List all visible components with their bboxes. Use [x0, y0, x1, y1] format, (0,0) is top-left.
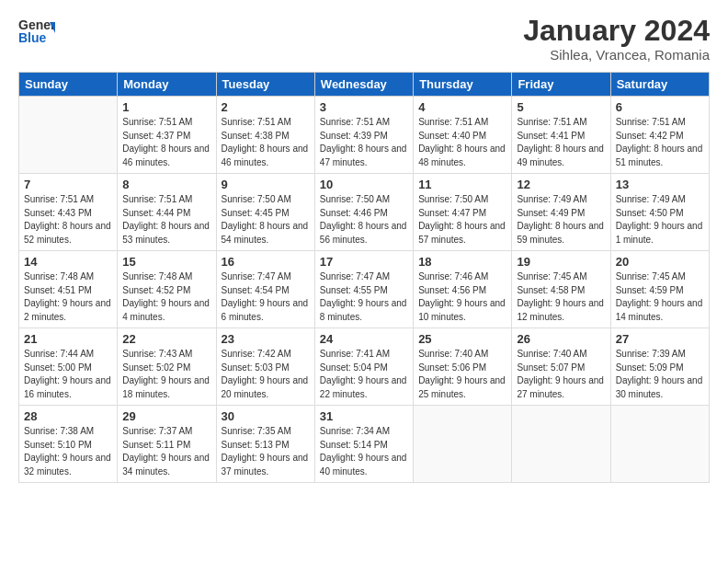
day-info: Sunrise: 7:45 AMSunset: 4:58 PMDaylight:…	[517, 270, 605, 324]
daylight-text: Daylight: 9 hours and 1 minute.	[616, 220, 704, 247]
sunrise-text: Sunrise: 7:51 AM	[517, 116, 605, 130]
day-cell: 12Sunrise: 7:49 AMSunset: 4:49 PMDayligh…	[512, 174, 610, 251]
day-cell: 13Sunrise: 7:49 AMSunset: 4:50 PMDayligh…	[610, 174, 709, 251]
sunrise-text: Sunrise: 7:49 AM	[517, 193, 605, 207]
header: General Blue January 2024 Sihlea, Vrance…	[18, 15, 710, 63]
daylight-text: Daylight: 9 hours and 25 minutes.	[418, 374, 506, 401]
day-info: Sunrise: 7:37 AMSunset: 5:11 PMDaylight:…	[122, 425, 210, 478]
col-tuesday: Tuesday	[216, 73, 314, 97]
day-cell: 5Sunrise: 7:51 AMSunset: 4:41 PMDaylight…	[512, 97, 610, 174]
day-number: 19	[517, 255, 605, 269]
day-info: Sunrise: 7:51 AMSunset: 4:44 PMDaylight:…	[122, 193, 210, 247]
daylight-text: Daylight: 8 hours and 59 minutes.	[517, 220, 605, 247]
day-info: Sunrise: 7:50 AMSunset: 4:46 PMDaylight:…	[320, 193, 408, 247]
day-cell: 7Sunrise: 7:51 AMSunset: 4:43 PMDaylight…	[19, 174, 118, 251]
daylight-text: Daylight: 9 hours and 4 minutes.	[122, 297, 210, 324]
daylight-text: Daylight: 8 hours and 54 minutes.	[222, 220, 310, 247]
week-row-1: 1Sunrise: 7:51 AMSunset: 4:37 PMDaylight…	[19, 97, 710, 174]
sunrise-text: Sunrise: 7:42 AM	[222, 348, 310, 362]
daylight-text: Daylight: 8 hours and 48 minutes.	[418, 143, 506, 169]
day-info: Sunrise: 7:49 AMSunset: 4:50 PMDaylight:…	[616, 193, 704, 247]
header-row: Sunday Monday Tuesday Wednesday Thursday…	[19, 73, 710, 97]
sunset-text: Sunset: 4:39 PM	[320, 130, 408, 144]
day-cell: 2Sunrise: 7:51 AMSunset: 4:38 PMDaylight…	[216, 97, 314, 174]
sunrise-text: Sunrise: 7:40 AM	[517, 348, 605, 362]
calendar-table: Sunday Monday Tuesday Wednesday Thursday…	[18, 72, 710, 483]
day-info: Sunrise: 7:51 AMSunset: 4:37 PMDaylight:…	[122, 116, 210, 169]
sunrise-text: Sunrise: 7:51 AM	[122, 116, 210, 130]
day-cell: 18Sunrise: 7:46 AMSunset: 4:56 PMDayligh…	[414, 251, 512, 328]
day-info: Sunrise: 7:47 AMSunset: 4:54 PMDaylight:…	[222, 270, 310, 324]
day-number: 5	[517, 100, 605, 114]
day-cell	[414, 406, 512, 483]
week-row-3: 14Sunrise: 7:48 AMSunset: 4:51 PMDayligh…	[19, 251, 710, 328]
day-info: Sunrise: 7:43 AMSunset: 5:02 PMDaylight:…	[122, 348, 210, 401]
sunrise-text: Sunrise: 7:41 AM	[320, 348, 408, 362]
day-number: 21	[24, 332, 112, 346]
sunset-text: Sunset: 4:40 PM	[418, 130, 506, 144]
day-number: 29	[122, 409, 210, 423]
daylight-text: Daylight: 9 hours and 20 minutes.	[222, 374, 310, 401]
sunrise-text: Sunrise: 7:50 AM	[320, 193, 408, 207]
col-thursday: Thursday	[414, 73, 512, 97]
day-number: 10	[320, 178, 408, 191]
daylight-text: Daylight: 8 hours and 46 minutes.	[122, 143, 210, 169]
sunset-text: Sunset: 4:51 PM	[24, 284, 112, 298]
day-cell: 19Sunrise: 7:45 AMSunset: 4:58 PMDayligh…	[512, 251, 610, 328]
sunset-text: Sunset: 5:11 PM	[122, 439, 210, 453]
col-friday: Friday	[512, 73, 610, 97]
daylight-text: Daylight: 8 hours and 51 minutes.	[616, 143, 704, 169]
calendar-page: General Blue January 2024 Sihlea, Vrance…	[0, 0, 728, 563]
sunset-text: Sunset: 4:46 PM	[320, 207, 408, 221]
daylight-text: Daylight: 9 hours and 18 minutes.	[122, 374, 210, 401]
sunrise-text: Sunrise: 7:50 AM	[222, 193, 310, 207]
day-cell: 22Sunrise: 7:43 AMSunset: 5:02 PMDayligh…	[118, 328, 216, 406]
daylight-text: Daylight: 9 hours and 27 minutes.	[517, 374, 605, 401]
sunrise-text: Sunrise: 7:39 AM	[616, 348, 704, 362]
day-info: Sunrise: 7:51 AMSunset: 4:43 PMDaylight:…	[24, 193, 112, 247]
day-cell: 8Sunrise: 7:51 AMSunset: 4:44 PMDaylight…	[118, 174, 216, 251]
sunset-text: Sunset: 5:13 PM	[222, 439, 310, 453]
day-number: 7	[24, 178, 112, 191]
daylight-text: Daylight: 9 hours and 37 minutes.	[222, 452, 310, 478]
daylight-text: Daylight: 8 hours and 49 minutes.	[517, 143, 605, 169]
svg-text:Blue: Blue	[18, 30, 47, 45]
sunset-text: Sunset: 4:37 PM	[122, 130, 210, 144]
sunrise-text: Sunrise: 7:45 AM	[616, 270, 704, 284]
day-number: 6	[616, 100, 704, 114]
daylight-text: Daylight: 9 hours and 12 minutes.	[517, 297, 605, 324]
day-number: 23	[222, 332, 310, 346]
logo-svg: General Blue	[18, 15, 55, 48]
day-cell: 30Sunrise: 7:35 AMSunset: 5:13 PMDayligh…	[216, 406, 314, 483]
day-number: 30	[222, 409, 310, 423]
sunset-text: Sunset: 4:55 PM	[320, 284, 408, 298]
logo: General Blue	[18, 15, 57, 48]
day-info: Sunrise: 7:51 AMSunset: 4:39 PMDaylight:…	[320, 116, 408, 169]
day-info: Sunrise: 7:50 AMSunset: 4:47 PMDaylight:…	[418, 193, 506, 247]
day-cell: 27Sunrise: 7:39 AMSunset: 5:09 PMDayligh…	[610, 328, 709, 406]
day-info: Sunrise: 7:40 AMSunset: 5:06 PMDaylight:…	[418, 348, 506, 401]
day-cell: 11Sunrise: 7:50 AMSunset: 4:47 PMDayligh…	[414, 174, 512, 251]
day-cell: 23Sunrise: 7:42 AMSunset: 5:03 PMDayligh…	[216, 328, 314, 406]
sunrise-text: Sunrise: 7:37 AM	[122, 425, 210, 439]
week-row-5: 28Sunrise: 7:38 AMSunset: 5:10 PMDayligh…	[19, 406, 710, 483]
day-number: 9	[222, 178, 310, 191]
day-cell: 17Sunrise: 7:47 AMSunset: 4:55 PMDayligh…	[314, 251, 413, 328]
daylight-text: Daylight: 9 hours and 34 minutes.	[122, 452, 210, 478]
day-info: Sunrise: 7:48 AMSunset: 4:51 PMDaylight:…	[24, 270, 112, 324]
sunset-text: Sunset: 4:50 PM	[616, 207, 704, 221]
day-cell: 1Sunrise: 7:51 AMSunset: 4:37 PMDaylight…	[118, 97, 216, 174]
daylight-text: Daylight: 8 hours and 53 minutes.	[122, 220, 210, 247]
title-block: January 2024 Sihlea, Vrancea, Romania	[523, 15, 710, 63]
sunset-text: Sunset: 4:49 PM	[517, 207, 605, 221]
daylight-text: Daylight: 8 hours and 46 minutes.	[222, 143, 310, 169]
sunset-text: Sunset: 5:14 PM	[320, 439, 408, 453]
sunset-text: Sunset: 4:45 PM	[222, 207, 310, 221]
col-monday: Monday	[118, 73, 216, 97]
day-cell	[19, 97, 118, 174]
day-number: 12	[517, 178, 605, 191]
sunset-text: Sunset: 4:38 PM	[222, 130, 310, 144]
day-info: Sunrise: 7:47 AMSunset: 4:55 PMDaylight:…	[320, 270, 408, 324]
daylight-text: Daylight: 8 hours and 52 minutes.	[24, 220, 112, 247]
sunrise-text: Sunrise: 7:47 AM	[222, 270, 310, 284]
